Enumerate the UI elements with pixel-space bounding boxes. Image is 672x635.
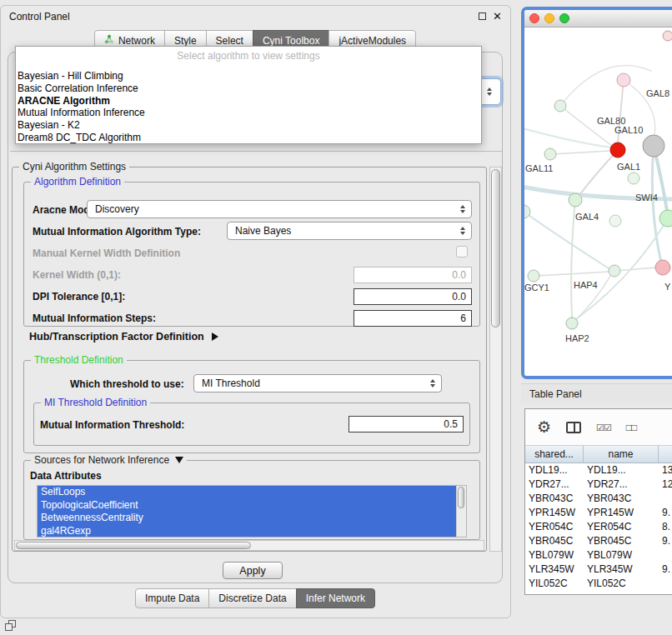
select-all-checks-icon[interactable]	[596, 422, 611, 433]
data-attribute-item[interactable]: BetweennessCentrality	[38, 512, 456, 525]
algorithm-option[interactable]: Mutual Information Inference	[16, 107, 481, 119]
network-node[interactable]	[610, 142, 625, 158]
bottom-tab-discretize-data[interactable]: Discretize Data	[208, 588, 296, 608]
network-node[interactable]	[659, 210, 672, 227]
settings-scrollbar[interactable]	[489, 167, 502, 552]
table-cell: YBL079W	[525, 548, 584, 562]
table-row[interactable]: YDR27...YDR27...12	[525, 478, 672, 492]
close-window-button[interactable]	[529, 13, 539, 23]
table-row[interactable]: YLR345WYLR345W9.	[525, 562, 672, 577]
table-row[interactable]: YDL19...YDL19...13	[525, 463, 672, 478]
panel-restore-icon[interactable]	[5, 620, 17, 632]
column-header[interactable]: name	[584, 446, 659, 462]
table-cell: YBR045C	[584, 534, 659, 548]
threshold-definition-title: Threshold Definition	[31, 354, 127, 366]
sources-title-label: Sources for Network Inference	[34, 454, 169, 466]
dropdown-placeholder: Select algorithm to view settings	[16, 50, 481, 62]
algorithm-option[interactable]: Bayesian - Hill Climbing	[16, 70, 481, 82]
algorithm-option[interactable]: ARACNE Algorithm	[16, 95, 481, 108]
network-node[interactable]	[569, 193, 582, 207]
table-cell: YBR043C	[584, 492, 659, 506]
network-edge[interactable]	[524, 128, 611, 148]
kernel-width-field[interactable]: 0.0	[354, 267, 472, 283]
table-row[interactable]: YPR145WYPR145W9.	[525, 506, 672, 520]
apply-button[interactable]: Apply	[223, 562, 283, 579]
attributes-scrollbar-thumb[interactable]	[458, 487, 464, 508]
data-attribute-item[interactable]: TopologicalCoefficient	[38, 499, 456, 512]
network-edge[interactable]	[579, 150, 618, 195]
network-node[interactable]	[643, 135, 664, 157]
network-edge[interactable]	[614, 268, 656, 271]
settings-group-title: Cyni Algorithm Settings	[19, 161, 129, 172]
column-header[interactable]: shared...	[525, 446, 584, 462]
network-edge[interactable]	[560, 66, 651, 106]
algorithm-dropdown: Select algorithm to view settings Bayesi…	[15, 46, 482, 144]
float-window-icon[interactable]	[479, 12, 486, 20]
titlebar-icons	[479, 11, 502, 22]
table-cell: YPR145W	[525, 506, 584, 520]
columns-icon[interactable]	[566, 422, 581, 433]
minimize-window-button[interactable]	[544, 13, 554, 23]
dpi-tolerance-field[interactable]: 0.0	[354, 288, 472, 305]
mi-steps-field[interactable]: 6	[354, 310, 472, 327]
horizontal-scrollbar-thumb[interactable]	[16, 542, 251, 549]
network-node[interactable]	[617, 73, 630, 87]
network-node[interactable]	[655, 260, 670, 275]
settings-scrollbar-thumb[interactable]	[491, 169, 500, 328]
table-cell: 9.	[659, 562, 672, 577]
data-attribute-item[interactable]: gal4RGexp	[38, 525, 456, 538]
network-canvas-container[interactable]: GAL8GAL80GAL10GAL11GAL1SWI4GAL4GCY1HAP4Y…	[524, 28, 672, 376]
network-view-window: GAL8GAL80GAL10GAL11GAL1SWI4GAL4GCY1HAP4Y…	[521, 7, 672, 379]
close-icon[interactable]	[493, 11, 502, 22]
mi-threshold-field[interactable]: 0.5	[349, 416, 464, 432]
network-node[interactable]	[554, 100, 566, 112]
dpi-tolerance-label: DPI Tolerance [0,1]:	[33, 291, 125, 302]
aracne-mode-combobox[interactable]: Discovery	[87, 200, 472, 218]
table-row[interactable]: YBR045CYBR045C9.	[525, 534, 672, 548]
data-attributes-list-container: SelfLoopsTopologicalCoefficientBetweenne…	[37, 485, 467, 538]
network-node-label: SWI4	[635, 192, 658, 202]
bottom-tab-infer-network[interactable]: Infer Network	[296, 588, 375, 608]
table-cell: YBR043C	[525, 492, 584, 506]
network-node-label: Y	[664, 282, 671, 292]
deselect-all-squares-icon[interactable]	[626, 422, 637, 433]
table-row[interactable]: YIL052CYIL052C	[525, 577, 672, 591]
horizontal-scrollbar[interactable]	[14, 540, 484, 551]
hub-definition-toggle[interactable]: Hub/Transcription Factor Definition	[29, 331, 218, 342]
network-node-label: HAP4	[574, 280, 598, 290]
data-attributes-list: SelfLoopsTopologicalCoefficientBetweenne…	[38, 486, 456, 537]
attributes-scrollbar[interactable]	[456, 486, 466, 537]
manual-kernel-checkbox[interactable]	[456, 246, 468, 258]
which-threshold-combobox[interactable]: MI Threshold	[193, 374, 442, 392]
algorithm-option[interactable]: Basic Correlation Inference	[16, 82, 481, 95]
zoom-window-button[interactable]	[559, 13, 569, 23]
table-row[interactable]: YER054CYER054C8.	[525, 520, 672, 534]
network-node[interactable]	[566, 318, 578, 329]
combobox-stepper-icon	[460, 227, 465, 235]
network-node[interactable]	[663, 31, 672, 41]
mi-algorithm-type-combobox[interactable]: Naive Bayes	[227, 222, 472, 240]
mi-algorithm-type-label: Mutual Information Algorithm Type:	[33, 226, 201, 238]
network-node[interactable]	[628, 172, 639, 184]
gear-icon[interactable]	[537, 418, 551, 437]
network-node[interactable]	[528, 270, 539, 282]
table-row[interactable]: YBL079WYBL079W	[525, 548, 672, 562]
algorithm-option[interactable]: Bayesian - K2	[16, 119, 481, 132]
network-node[interactable]	[609, 265, 620, 277]
table-toolbar	[525, 409, 672, 446]
column-header[interactable]	[659, 446, 672, 462]
table-row[interactable]: YBR043CYBR043C	[525, 492, 672, 506]
table-cell: YER054C	[584, 520, 659, 534]
network-node[interactable]	[544, 148, 556, 160]
network-node[interactable]	[609, 215, 621, 227]
network-canvas[interactable]: GAL8GAL80GAL10GAL11GAL1SWI4GAL4GCY1HAP4Y…	[524, 28, 672, 376]
data-attribute-item[interactable]: SelfLoops	[38, 486, 456, 499]
bottom-tab-impute-data[interactable]: Impute Data	[135, 588, 209, 608]
network-node-label: GAL11	[525, 163, 553, 173]
table-cell: 9.	[659, 506, 672, 520]
threshold-definition-group: Threshold Definition Which threshold to …	[23, 360, 480, 453]
table-cell: YPR145W	[584, 506, 659, 520]
algorithm-option[interactable]: Dream8 DC_TDC Algorithm	[16, 132, 481, 144]
sources-group-title[interactable]: Sources for Network Inference	[31, 454, 187, 466]
network-edge[interactable]	[550, 151, 609, 154]
